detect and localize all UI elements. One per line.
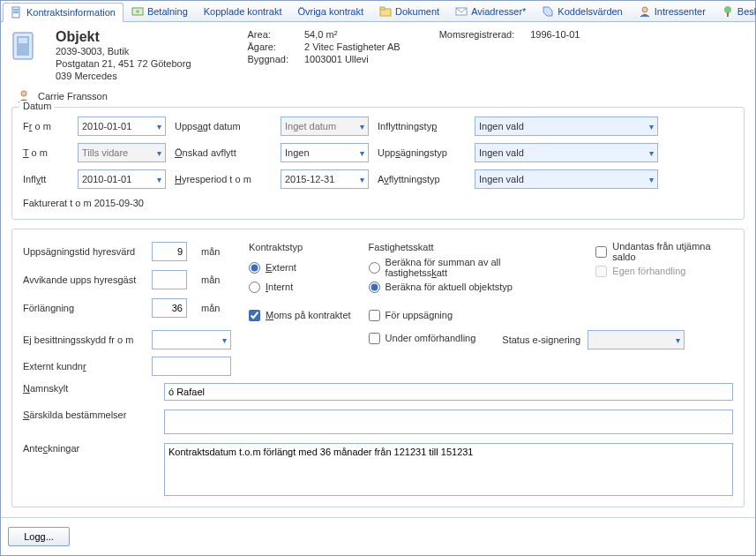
uppsagt-label: Uppsagt datum	[175, 121, 272, 131]
svg-point-5	[136, 10, 139, 13]
externt-radio[interactable]: Externt	[249, 259, 351, 275]
ejbesittning-combo[interactable]: ▾	[152, 330, 231, 349]
tab-betalning[interactable]: Betalning	[124, 2, 196, 21]
tag-icon	[542, 5, 554, 18]
object-code: 2039-3003, Butik	[56, 45, 191, 57]
inflytt-combo[interactable]: 2010-01-01▾	[78, 169, 166, 189]
hyresperiod-label: Hyresperiod t o m	[175, 174, 272, 184]
settings-row: Uppsägningstid hyresvärd mån Avvikande u…	[23, 242, 733, 376]
object-info: Objekt 2039-3003, Butik Postgatan 21, 45…	[56, 29, 191, 82]
inflytt-label: Inflytt	[23, 174, 69, 184]
for-uppsagning-checkbox[interactable]: För uppsägning	[369, 307, 733, 323]
object-meta-right: Momsregistrerad: 1996-10-01	[439, 29, 580, 40]
tab-aviadresser[interactable]: Aviadresser*	[447, 2, 534, 21]
tab-dokument[interactable]: Dokument	[371, 2, 447, 21]
byggnad-value: 1003001 Ullevi	[304, 54, 400, 64]
area-value: 54,0 m²	[304, 29, 400, 40]
status-esignering-combo[interactable]: ▾	[588, 330, 685, 349]
sarskilda-textarea[interactable]	[164, 409, 733, 434]
folder-icon	[379, 5, 392, 18]
externt-kundnr-input[interactable]	[152, 357, 231, 376]
fakturerat-text: Fakturerat t o m 2015-09-30	[23, 198, 733, 208]
onskad-combo[interactable]: Ingen▾	[281, 143, 369, 162]
fsk-option1-radio[interactable]: Beräkna för summan av all fastighetsskat…	[369, 259, 561, 275]
tab-label: Beskrivningar	[737, 6, 756, 17]
fastighetsskatt-group: Fastighetsskatt Beräkna för summan av al…	[369, 242, 733, 349]
chevron-down-icon: ▾	[153, 175, 161, 184]
tab-intressenter[interactable]: Intressenter	[631, 2, 714, 21]
uppsagningstyp-combo[interactable]: Ingen vald▾	[475, 143, 658, 162]
content-area: Objekt 2039-3003, Butik Postgatan 21, 45…	[1, 22, 755, 517]
fastighetsskatt-title: Fastighetsskatt	[369, 242, 561, 252]
fsk-option2-radio[interactable]: Beräkna för aktuell objektstyp	[369, 279, 561, 295]
tab-koddelsvarden[interactable]: Koddelsvärden	[534, 2, 630, 21]
tab-label: Kopplade kontrakt	[204, 6, 282, 17]
tab-ovriga-kontrakt[interactable]: Övriga kontrakt	[289, 2, 371, 21]
forlangning-input[interactable]	[152, 298, 187, 318]
object-extra: 039 Mercedes	[56, 70, 191, 82]
under-omforhandling-checkbox[interactable]: Under omförhandling	[369, 330, 476, 346]
datum-legend: Datum	[19, 101, 55, 111]
chevron-down-icon: ▾	[153, 122, 161, 131]
agare-label: Ägare:	[248, 41, 288, 52]
anteckningar-textarea[interactable]	[164, 443, 733, 496]
sarskilda-label: Särskilda bestämmelser	[23, 409, 164, 420]
chevron-down-icon: ▾	[646, 122, 654, 131]
from-combo[interactable]: 2010-01-01▾	[78, 116, 166, 136]
momsreg-value: 1996-10-01	[530, 29, 580, 40]
window: Kontraktsinformation Betalning Kopplade …	[0, 0, 756, 556]
object-meta: Area: 54,0 m² Ägare: 2 Vitec Fastigheter…	[248, 29, 400, 64]
chevron-down-icon: ▾	[356, 148, 364, 158]
avvikande-input[interactable]	[152, 270, 187, 289]
tab-kopplade-kontrakt[interactable]: Kopplade kontrakt	[196, 2, 290, 21]
person-row: Carrie Fransson	[17, 89, 745, 103]
chevron-down-icon: ▾	[646, 148, 654, 158]
object-icon	[11, 31, 34, 61]
tab-bar: Kontraktsinformation Betalning Kopplade …	[1, 1, 755, 22]
svg-rect-1	[13, 9, 19, 10]
tab-kontraktsinformation[interactable]: Kontraktsinformation	[3, 3, 124, 22]
svg-point-9	[642, 7, 647, 12]
status-esignering-label: Status e-signering	[502, 334, 580, 345]
forlangning-label: Förlängning	[23, 303, 146, 313]
ejbesittning-label: Ej besittningsskydd fr o m	[23, 334, 146, 345]
avflyttningstyp-combo[interactable]: Ingen vald▾	[475, 169, 658, 189]
anteckningar-label: Anteckningar	[23, 443, 164, 454]
doc-icon	[11, 6, 23, 19]
mail-icon	[455, 5, 468, 18]
egen-checkbox: Egen förhandling	[595, 263, 733, 279]
chevron-down-icon: ▾	[356, 122, 364, 131]
svg-rect-14	[19, 38, 27, 43]
chevron-down-icon: ▾	[219, 335, 227, 345]
onskad-label: Önskad avflytt	[175, 147, 272, 158]
svg-rect-7	[380, 7, 385, 10]
internt-radio[interactable]: Internt	[249, 279, 351, 295]
namnskylt-input[interactable]	[164, 383, 733, 401]
undantas-checkbox[interactable]: Undantas från utjämna saldo	[595, 244, 733, 259]
svg-rect-3	[13, 12, 19, 13]
tab-label: Intressenter	[655, 6, 706, 17]
settings-fieldset: Uppsägningstid hyresvärd mån Avvikande u…	[11, 229, 745, 507]
moms-checkbox[interactable]: Moms på kontraktet	[249, 307, 351, 323]
uppsagt-combo[interactable]: Inget datum▾	[281, 116, 369, 136]
bottom-fields: Namnskylt Särskilda bestämmelser Anteckn…	[23, 383, 733, 496]
tab-label: Kontraktsinformation	[26, 7, 116, 18]
tom-combo[interactable]: Tills vidare▾	[78, 143, 166, 162]
object-header: Objekt 2039-3003, Butik Postgatan 21, 45…	[11, 29, 745, 82]
chevron-down-icon: ▾	[646, 175, 654, 184]
kontraktstyp-group: Kontraktstyp Externt Internt Moms på kon…	[249, 242, 351, 323]
money-icon	[131, 5, 144, 18]
inflyttningstyp-combo[interactable]: Ingen vald▾	[475, 116, 658, 136]
tom-label: T o m	[23, 147, 69, 158]
datum-fieldset: Datum Fr o m 2010-01-01▾ Uppsagt datum I…	[11, 107, 745, 220]
hyresperiod-combo[interactable]: 2015-12-31▾	[281, 169, 369, 189]
agare-value: 2 Vitec Fastigheter AB	[304, 41, 400, 52]
tab-beskrivningar[interactable]: Beskrivningar	[714, 2, 756, 21]
uppsagningstid-input[interactable]	[152, 242, 187, 261]
chevron-down-icon: ▾	[672, 335, 680, 345]
logg-button[interactable]: Logg...	[8, 527, 70, 546]
inflyttningstyp-label: Inflyttningstyp	[378, 121, 466, 131]
man-label-3: mån	[201, 303, 228, 313]
settings-left: Uppsägningstid hyresvärd mån Avvikande u…	[23, 242, 231, 376]
svg-point-10	[724, 6, 731, 13]
